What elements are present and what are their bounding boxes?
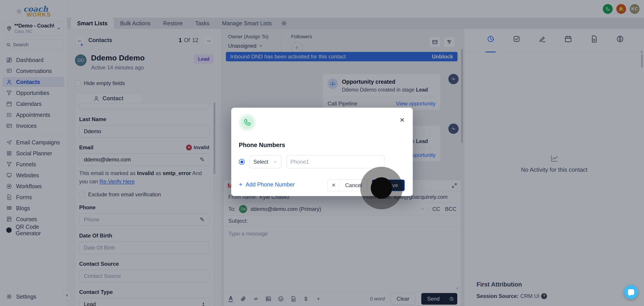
chevron-down-icon <box>273 160 278 164</box>
plus-icon: + <box>239 181 242 188</box>
phone-number-input[interactable] <box>290 159 380 165</box>
close-modal-icon[interactable]: ✕ <box>400 117 405 123</box>
phone-numbers-modal: ✕ Phone Numbers Select + Add Phone Numbe… <box>231 108 413 196</box>
chat-widget-button[interactable] <box>624 285 638 299</box>
phone-icon-halo <box>239 114 256 131</box>
chat-bubble-icon <box>628 289 634 295</box>
check-icon: ✓ <box>378 182 383 188</box>
x-icon: ✕ <box>328 180 340 191</box>
phone-number-field[interactable] <box>286 155 384 168</box>
phone-type-select[interactable]: Select <box>250 155 281 168</box>
modal-title: Phone Numbers <box>239 142 405 149</box>
phone-icon <box>244 119 251 126</box>
cancel-button[interactable]: ✕ Cancel <box>327 180 368 191</box>
crm-app: coach WORKS **Demo - CoachW... Cary, NC … <box>0 0 644 306</box>
save-button[interactable]: ✓ Save <box>372 180 405 191</box>
primary-phone-radio[interactable] <box>239 159 245 165</box>
